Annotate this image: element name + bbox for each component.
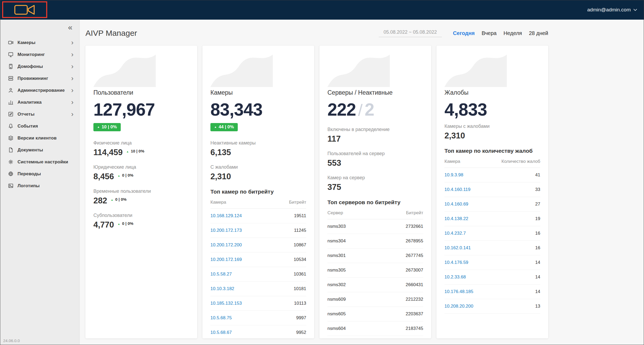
camera-ip-link[interactable]: 10.4.160.69 [444,202,468,207]
camera-ip-link[interactable]: 10.4.232.7 [444,231,466,236]
bitrate-value: 2677745 [406,253,423,258]
up-arrow-icon: ▲ [126,150,129,153]
sidebar-nav: Камеры › Мониторинг › Домофоны › Провижи… [0,37,79,192]
page-header: AIVP Manager Сегодня Вчера Неделя 28 дне… [85,20,548,46]
camera-ip-link[interactable]: 10.9.3.98 [444,172,463,178]
image-icon [8,183,14,189]
complaints-count: 14 [535,289,540,294]
logo-highlight-box[interactable] [2,1,47,18]
sidebar-item-reports[interactable]: Отчеты › [0,108,79,120]
sidebar-item-administration[interactable]: Администрирование › [0,84,79,96]
bitrate-value: 10113 [294,301,306,306]
cameras-card: Камеры 83,343 ▲ 44 | 0% Неактивные камер… [202,46,314,338]
table-row: 10.9.3.98 41 [444,168,540,182]
complaints-count: 16 [535,231,540,236]
table-row: nsms604 2183745 [327,321,423,336]
card-wave-decoration [444,53,507,87]
monitor-icon [8,52,14,57]
document-icon [8,147,14,153]
table-row: nsms304 2678955 [327,234,423,248]
stat-item: Субпользователи 4,770 ▲ 0 | 0% [93,213,189,230]
camera-ip-link[interactable]: 10.5.68.67 [210,330,232,335]
chevron-right-icon: › [71,52,74,57]
bell-icon [8,123,14,129]
table-row: 10.5.68.67 9952 [210,325,306,338]
bitrate-value: 2678955 [406,238,423,244]
sidebar-item-cameras[interactable]: Камеры › [0,37,79,49]
report-edit-icon [8,111,14,117]
bitrate-value: 2203637 [406,311,423,317]
bitrate-value: 10181 [294,286,306,291]
camera-ip-link[interactable]: 10.168.129.124 [210,213,242,219]
camera-ip-link[interactable]: 10.5.58.27 [210,272,232,277]
sidebar: « Камеры › Мониторинг › Домофоны › Прови… [0,20,80,345]
table-row: 10.10.3.182 10181 [210,282,306,296]
up-arrow-icon: ▲ [118,222,120,225]
stat-item: Временные пользователи 282 ▲ 0 | 0% [93,189,189,206]
sidebar-item-monitoring[interactable]: Мониторинг › [0,49,79,60]
complaints-count: 14 [535,274,540,280]
sidebar-item-client-versions[interactable]: Версии клиентов › [0,132,79,144]
camera-ip-link[interactable]: 10.162.0.141 [444,245,471,251]
app-version: 24.06.0.0 [3,338,20,343]
bitrate-value: 19511 [294,213,306,219]
sidebar-item-provisioning[interactable]: Провижининг › [0,72,79,84]
tab-yesterday[interactable]: Вчера [482,30,496,36]
sidebar-item-logos[interactable]: Логотипы › [0,180,79,192]
up-arrow-icon: ▲ [214,126,217,128]
camera-ip-link[interactable]: 10.4.138.22 [444,216,468,221]
sidebar-item-system-settings[interactable]: Системные настройки › [0,156,79,168]
camera-ip-link[interactable]: 10.200.172.173 [210,228,242,233]
tab-28-days[interactable]: 28 дней [529,30,548,36]
servers-total: 222/2 [327,101,423,119]
table-row: nsms605 2203637 [327,307,423,321]
tab-today[interactable]: Сегодня [453,30,475,36]
date-range-input[interactable] [379,29,442,37]
server-name: nsms609 [327,297,346,302]
bitrate-value: 9952 [296,330,306,335]
card-title: Серверы / Неактивные [327,89,423,96]
sidebar-item-analytics[interactable]: Аналитика › [0,96,79,108]
complaints-table: 10.9.3.98 41 10.4.160.119 33 10.4.160.69… [444,168,540,314]
sidebar-item-documents[interactable]: Документы › [0,144,79,156]
camera-ip-link[interactable]: 10.10.3.182 [210,286,234,291]
camera-ip-link[interactable]: 10.176.48.185 [444,289,473,294]
server-name: nsms301 [327,253,346,258]
chevron-down-icon [633,9,637,11]
camera-ip-link[interactable]: 10.200.172.169 [210,257,242,262]
table-row: 10.5.68.75 9997 [210,311,306,325]
card-title: Жалобы [444,89,540,96]
dashboard-cards: Пользователи 127,967 ▲ 10 | 0% Физически… [85,46,548,338]
card-wave-decoration [210,53,273,87]
cameras-bitrate-table: 10.168.129.124 19511 10.200.172.173 1124… [210,209,306,338]
table-header: Камера Количество жалоб [444,159,540,168]
bitrate-value: 2212232 [406,297,423,302]
account-menu[interactable]: admin@admin.com [587,7,637,13]
period-tabs: Сегодня Вчера Неделя 28 дней [453,30,548,36]
stat-item: Камер на сервер 375 [327,175,423,192]
camera-ip-link[interactable]: 10.200.172.200 [210,242,242,248]
camera-ip-link[interactable]: 10.4.176.59 [444,260,468,265]
sidebar-item-intercoms[interactable]: Домофоны › [0,60,79,72]
card-title: Пользователи [93,89,189,96]
chevron-right-icon: › [71,111,74,117]
cameras-growth-badge: ▲ 44 | 0% [210,123,238,131]
bitrate-value: 2732661 [406,224,423,229]
tab-week[interactable]: Неделя [503,30,522,36]
stat-item: Включены в распределение 117 [327,127,423,144]
table-title: Топ серверов по битрейту [327,199,423,206]
camera-ip-link[interactable]: 10.4.160.119 [444,187,470,192]
sidebar-item-translations[interactable]: Переводы › [0,168,79,180]
table-row: 10.2.33.68 14 [444,270,540,285]
camera-ip-link[interactable]: 10.185.132.153 [210,301,242,306]
servers-bitrate-table: nsms303 2732661 nsms304 2678955 nsms301 … [327,219,423,338]
complaints-count: 14 [535,260,540,265]
stat-delta: ▲ 0 | 0% [118,173,133,177]
complaints-count: 41 [535,172,540,178]
sidebar-collapse-button[interactable]: « [0,20,79,33]
intercom-icon [8,64,14,69]
sidebar-item-events[interactable]: События › [0,120,79,132]
camera-ip-link[interactable]: 10.208.20.200 [444,304,473,309]
camera-ip-link[interactable]: 10.5.68.75 [210,315,232,321]
camera-ip-link[interactable]: 10.2.33.68 [444,274,466,280]
